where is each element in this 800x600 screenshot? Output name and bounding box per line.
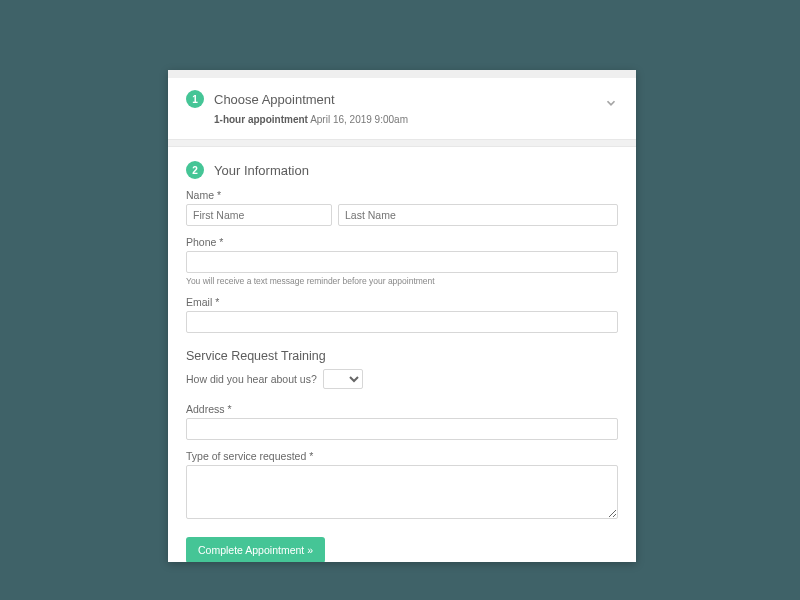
phone-label: Phone * (186, 236, 618, 248)
appointment-summary: 1-hour appointment April 16, 2019 9:00am (186, 114, 618, 125)
appointment-date: April 16, 2019 9:00am (310, 114, 408, 125)
step-1-badge: 1 (186, 90, 204, 108)
chevron-down-icon[interactable] (604, 96, 618, 110)
step-1-title: Choose Appointment (214, 92, 335, 107)
service-type-label: Type of service requested * (186, 450, 618, 462)
appointment-type: 1-hour appointment (214, 114, 308, 125)
hear-about-row: How did you hear about us? (186, 369, 363, 389)
email-input[interactable] (186, 311, 618, 333)
last-name-input[interactable] (338, 204, 618, 226)
name-row (186, 204, 618, 226)
phone-input[interactable] (186, 251, 618, 273)
step-1-header: 1 Choose Appointment (186, 90, 618, 108)
step-2-title: Your Information (214, 163, 309, 178)
service-type-textarea[interactable] (186, 465, 618, 519)
booking-window: 1 Choose Appointment 1-hour appointment … (168, 70, 636, 562)
step-2-header: 2 Your Information (186, 161, 618, 179)
first-name-input[interactable] (186, 204, 332, 226)
complete-appointment-button[interactable]: Complete Appointment » (186, 537, 325, 562)
address-label: Address * (186, 403, 618, 415)
name-label: Name * (186, 189, 618, 201)
your-information-panel: 2 Your Information Name * Phone * You wi… (168, 147, 636, 562)
address-input[interactable] (186, 418, 618, 440)
top-spacer (168, 70, 636, 78)
email-label: Email * (186, 296, 618, 308)
phone-help-text: You will receive a text message reminder… (186, 276, 618, 286)
hear-about-label: How did you hear about us? (186, 373, 317, 385)
hear-about-select[interactable] (323, 369, 363, 389)
choose-appointment-panel[interactable]: 1 Choose Appointment 1-hour appointment … (168, 78, 636, 139)
panel-divider (168, 139, 636, 147)
step-2-badge: 2 (186, 161, 204, 179)
service-section-title: Service Request Training (186, 349, 618, 363)
